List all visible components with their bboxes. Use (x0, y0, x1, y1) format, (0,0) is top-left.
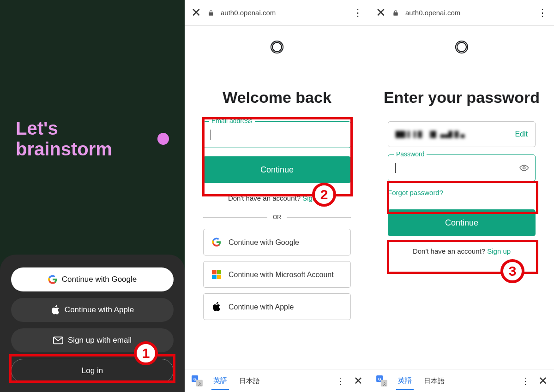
translate-close-icon[interactable]: ✕ (538, 374, 548, 387)
continue-button[interactable]: Continue (388, 209, 536, 236)
google-social-label: Continue with Google (229, 238, 299, 247)
password-label: Password (394, 150, 427, 158)
svg-point-6 (457, 42, 466, 52)
google-icon (212, 238, 221, 247)
svg-text:G: G (193, 376, 197, 381)
url-text: auth0.openai.com (221, 9, 346, 17)
microsoft-social-label: Continue with Microsoft Account (229, 270, 334, 279)
tagline: Let's brainstorm (0, 118, 185, 160)
password-field[interactable]: Password (388, 154, 536, 181)
email-readonly-row: ██▌▌▐▐▌ ▐█ ▄▄█▐▌▄ Edit (388, 121, 536, 147)
password-input[interactable] (396, 164, 519, 172)
translate-tab-japanese[interactable]: 日本語 (237, 372, 262, 389)
auth-options-sheet: Continue with Google Continue with Apple… (0, 255, 185, 392)
translate-bar: G文 英語 日本語 ⋮ ✕ (369, 369, 554, 392)
continue-with-google-button[interactable]: Continue with Google (203, 229, 351, 255)
no-account-text: Don't have an account? (228, 194, 301, 202)
login-button-label: Log in (82, 366, 103, 375)
email-field[interactable]: Email address (203, 121, 351, 148)
close-icon[interactable]: ✕ (376, 6, 386, 20)
email-redacted: ██▌▌▐▐▌ ▐█ ▄▄█▐▌▄ (396, 131, 465, 138)
continue-with-google-button[interactable]: Continue with Google (11, 267, 174, 291)
translate-close-icon[interactable]: ✕ (354, 374, 363, 387)
continue-with-apple-button[interactable]: Continue with Apple (203, 293, 351, 320)
google-button-label: Continue with Google (62, 275, 137, 284)
translate-menu-icon[interactable]: ⋮ (336, 375, 345, 386)
or-divider: OR (203, 214, 351, 220)
no-account-text: Don't have an account? (413, 247, 485, 255)
apple-social-label: Continue with Apple (229, 303, 294, 311)
page-heading: Welcome back (185, 89, 369, 107)
url-text: auth0.openai.com (405, 9, 531, 17)
translate-tab-english[interactable]: 英語 (211, 372, 229, 390)
form-content: ██▌▌▐▐▌ ▐█ ▄▄█▐▌▄ Edit Password Forgot p… (369, 121, 554, 255)
svg-text:文: 文 (383, 381, 386, 386)
logo-wrap (369, 38, 554, 56)
close-icon[interactable]: ✕ (191, 6, 201, 20)
continue-with-apple-button[interactable]: Continue with Apple (11, 298, 174, 322)
lock-icon (208, 9, 214, 17)
tagline-text: Let's brainstorm (16, 118, 155, 160)
step-badge-3: 3 (500, 259, 524, 283)
translate-tab-japanese[interactable]: 日本語 (422, 372, 446, 389)
continue-button[interactable]: Continue (203, 156, 351, 183)
translate-tab-english[interactable]: 英語 (396, 372, 414, 390)
app-intro-panel: Let's brainstorm Continue with Google Co… (0, 0, 185, 392)
page-heading: Enter your password (369, 89, 554, 107)
enter-password-panel: ✕ auth0.openai.com ⋮ Enter your password… (369, 0, 554, 392)
form-content: Email address Continue Don't have an acc… (185, 121, 369, 326)
or-text: OR (273, 214, 281, 220)
openai-logo-icon (268, 38, 286, 56)
welcome-back-panel: ✕ auth0.openai.com ⋮ Welcome back Email … (185, 0, 369, 392)
google-translate-icon: G文 (376, 375, 388, 387)
divider-line (203, 217, 267, 218)
browser-url-bar: ✕ auth0.openai.com ⋮ (185, 0, 369, 26)
browser-url-bar: ✕ auth0.openai.com ⋮ (369, 0, 554, 26)
svg-text:文: 文 (198, 381, 202, 386)
divider-line (287, 217, 351, 218)
apple-icon (51, 305, 60, 315)
signup-link[interactable]: Sign up (487, 247, 511, 255)
step-badge-1: 1 (134, 341, 158, 365)
svg-point-7 (523, 167, 525, 169)
lock-icon (392, 9, 399, 17)
google-translate-icon: G文 (191, 375, 203, 387)
microsoft-icon (212, 270, 221, 279)
email-label: Email address (209, 117, 255, 125)
apple-button-label: Continue with Apple (65, 305, 134, 315)
svg-point-1 (272, 42, 282, 52)
edit-email-link[interactable]: Edit (515, 130, 528, 138)
browser-menu-icon[interactable]: ⋮ (353, 7, 363, 19)
step-badge-2: 2 (312, 183, 336, 207)
email-input[interactable] (211, 131, 344, 139)
signup-prompt: Don't have an account? Sign up (388, 247, 536, 255)
svg-text:G: G (378, 376, 381, 381)
browser-menu-icon[interactable]: ⋮ (537, 7, 548, 19)
show-password-icon[interactable] (519, 163, 529, 173)
logo-wrap (185, 38, 369, 56)
google-icon (48, 275, 57, 284)
apple-icon (212, 302, 221, 312)
translate-bar: G文 英語 日本語 ⋮ ✕ (185, 369, 369, 392)
openai-logo-icon (452, 38, 471, 56)
forgot-password-link[interactable]: Forgot password? (388, 189, 443, 196)
translate-menu-icon[interactable]: ⋮ (521, 375, 530, 386)
tagline-dot-icon (157, 133, 169, 145)
continue-with-microsoft-button[interactable]: Continue with Microsoft Account (203, 261, 351, 288)
mail-icon (53, 336, 63, 344)
email-button-label: Sign up with email (68, 336, 132, 345)
